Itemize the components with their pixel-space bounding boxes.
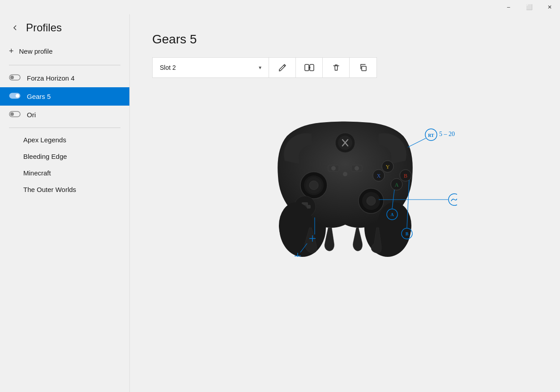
new-profile-button[interactable]: + New profile	[0, 41, 129, 61]
minimize-button[interactable]: –	[498, 0, 519, 14]
game-label-minecraft: Minecraft	[23, 169, 51, 177]
svg-point-17	[343, 172, 347, 176]
sidebar-item-bleeding-edge[interactable]: Bleeding Edge	[0, 148, 129, 165]
swap-icon	[304, 64, 314, 72]
sidebar-item-outer-worlds[interactable]: The Outer Worlds	[0, 181, 129, 198]
slot-label: Slot 2	[160, 64, 176, 71]
game-label-bleeding-edge: Bleeding Edge	[23, 153, 67, 160]
controller-svg: Y X A B	[233, 96, 457, 257]
copy-button[interactable]	[350, 58, 376, 77]
title-bar: – ⬜ ✕	[0, 0, 560, 14]
svg-text:B: B	[403, 173, 407, 179]
slot-dropdown[interactable]: Slot 2 ▾	[153, 58, 269, 77]
swap-button[interactable]	[296, 58, 323, 77]
sidebar-item-apex[interactable]: Apex Legends	[0, 132, 129, 148]
svg-point-5	[10, 112, 14, 116]
copy-icon	[359, 64, 367, 72]
svg-text:Y: Y	[385, 164, 389, 170]
sidebar-item-minecraft[interactable]: Minecraft	[0, 165, 129, 181]
toggle-icon-ori	[9, 110, 21, 119]
svg-text:B: B	[405, 231, 408, 236]
svg-text:X: X	[376, 173, 380, 179]
back-button[interactable]	[9, 21, 21, 34]
sidebar: Profiles + New profile Forza Horizon 4	[0, 14, 130, 392]
page-title: Gears 5	[152, 32, 538, 47]
maximize-button[interactable]: ⬜	[519, 0, 539, 14]
chevron-down-icon: ▾	[259, 64, 261, 71]
plus-icon: +	[9, 47, 14, 56]
game-label-outer-worlds: The Outer Worlds	[23, 186, 76, 193]
sidebar-item-ori[interactable]: Ori	[0, 106, 129, 124]
svg-point-28	[367, 196, 376, 205]
svg-point-3	[16, 94, 19, 98]
svg-text:A: A	[394, 182, 398, 188]
game-label-apex: Apex Legends	[23, 136, 66, 144]
profile-label-ori: Ori	[27, 111, 36, 119]
sidebar-title: Profiles	[26, 21, 62, 34]
sidebar-header: Profiles	[0, 21, 129, 41]
svg-point-21	[309, 181, 318, 190]
delete-icon	[332, 64, 340, 72]
svg-rect-6	[305, 64, 309, 71]
svg-point-15	[331, 166, 336, 170]
profile-label-gears5: Gears 5	[27, 93, 51, 100]
rt-annotation-value: 5 – 20	[439, 131, 455, 137]
close-button[interactable]: ✕	[539, 0, 560, 14]
divider-bottom	[9, 128, 120, 128]
svg-point-43	[449, 194, 457, 205]
sidebar-item-gears5[interactable]: Gears 5	[0, 87, 129, 106]
svg-text:A: A	[390, 212, 394, 217]
profile-label-forza: Forza Horizon 4	[27, 74, 75, 82]
controller-diagram: Y X A B	[233, 96, 457, 266]
profile-toolbar: Slot 2 ▾	[152, 57, 377, 78]
svg-text:RT: RT	[428, 133, 434, 138]
svg-rect-8	[362, 66, 366, 71]
svg-line-39	[408, 138, 426, 147]
title-bar-controls: – ⬜ ✕	[498, 0, 560, 14]
app-body: Profiles + New profile Forza Horizon 4	[0, 14, 560, 392]
main-content: Gears 5 Slot 2 ▾	[130, 14, 560, 392]
sidebar-item-forza[interactable]: Forza Horizon 4	[0, 69, 129, 87]
divider-top	[9, 65, 120, 65]
edit-button[interactable]	[269, 58, 296, 77]
edit-icon	[278, 64, 286, 72]
delete-button[interactable]	[323, 58, 350, 77]
svg-point-1	[10, 76, 14, 79]
toggle-icon-forza	[9, 73, 21, 83]
new-profile-label: New profile	[19, 47, 53, 55]
svg-point-16	[355, 166, 359, 170]
toggle-icon-gears5	[9, 92, 21, 101]
